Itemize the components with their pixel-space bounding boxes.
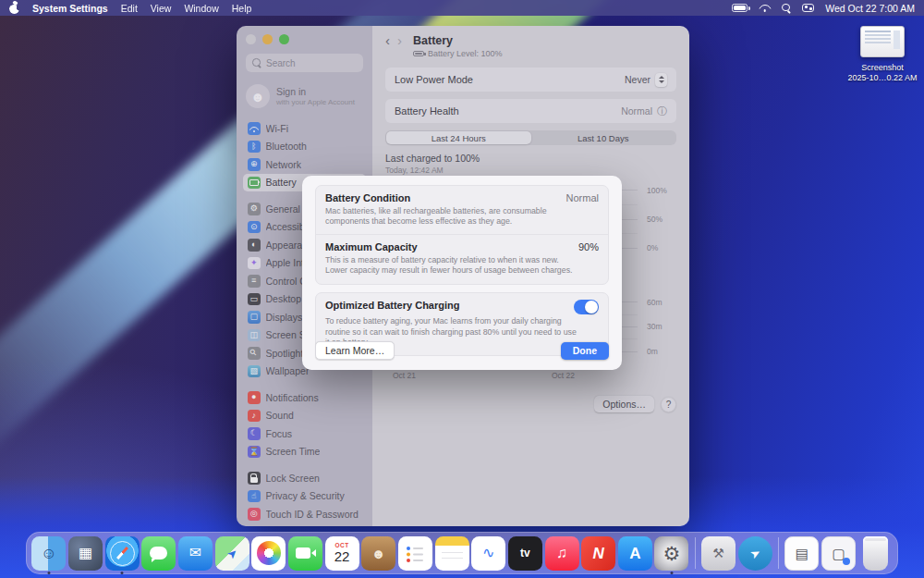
menu-app-name[interactable]: System Settings [32, 3, 108, 14]
battery-health-label: Battery Health [395, 105, 459, 117]
sidebar-item-screen-time[interactable]: ⌛Screen Time [243, 443, 366, 461]
menu-edit[interactable]: Edit [121, 3, 138, 14]
sidebar-item-lock-screen[interactable]: Lock Screen [243, 469, 366, 487]
dock-item-hardware-utility[interactable]: ⚒ [700, 532, 737, 574]
search-icon[interactable] [782, 4, 791, 13]
facetime-icon [288, 536, 322, 571]
battery-health-row[interactable]: Battery Health Normal ⓘ [385, 99, 676, 123]
dock-item-mail[interactable]: ✉ [177, 532, 214, 574]
wifi-icon[interactable] [759, 4, 771, 13]
dock-item-news[interactable]: N [580, 532, 617, 574]
sidebar-item-sound[interactable]: ♪Sound [243, 407, 366, 425]
options-button[interactable]: Options… [594, 396, 654, 412]
menu-help[interactable]: Help [232, 3, 252, 14]
privacy-security-icon: ☝ [248, 490, 261, 503]
dock-item-freeform[interactable]: ∿ [470, 532, 507, 574]
sidebar-item-focus[interactable]: ☾Focus [243, 424, 366, 443]
safari-icon [105, 536, 140, 571]
battery-condition-row: Battery Condition Normal Mac batteries, … [316, 186, 608, 234]
sidebar-item-label: Screen Time [266, 446, 321, 457]
dock-item-finder[interactable]: ☺ [30, 532, 67, 574]
dock-item-notes[interactable] [433, 532, 470, 574]
dock-item-tv[interactable]: tv [507, 532, 544, 574]
low-power-mode-label: Low Power Mode [395, 74, 473, 85]
zoom-button[interactable] [279, 34, 289, 44]
trash-icon [863, 536, 888, 571]
forward-button[interactable]: › [397, 34, 402, 47]
dock-separator [695, 537, 696, 569]
sidebar-item-label: General [266, 203, 300, 215]
battery-condition-group: Battery Condition Normal Mac batteries, … [315, 185, 609, 285]
sidebar-item-notifications[interactable]: ●Notifications [243, 388, 366, 407]
sidebar-item-label: Network [266, 159, 302, 170]
dock-item-facetime[interactable] [287, 532, 324, 574]
wallpaper-icon: ▧ [248, 365, 261, 378]
dock-item-maps[interactable]: ➤ [213, 532, 250, 574]
apple-menu-icon[interactable] [9, 2, 19, 14]
help-button[interactable]: ? [661, 397, 676, 412]
displays-icon: ▢ [248, 311, 261, 324]
desktop-file-screenshot[interactable]: Screenshot 2025-10…0.22 AM [841, 26, 924, 84]
battery-condition-title: Battery Condition [325, 192, 410, 203]
close-button[interactable] [246, 34, 256, 44]
dock-item-document[interactable]: ▤ [784, 532, 821, 574]
info-icon[interactable]: ⓘ [657, 106, 667, 117]
dock-item-calendar[interactable]: OCT22 [323, 532, 360, 574]
control-center-icon: ≡ [248, 275, 261, 288]
search-input[interactable]: Search [246, 54, 363, 72]
dock-item-settings[interactable]: ⚙ [653, 532, 690, 574]
low-power-mode-stepper[interactable] [655, 73, 667, 87]
tab-last-10-days[interactable]: Last 10 Days [531, 131, 676, 144]
sidebar-item-label: Wi-Fi [266, 123, 289, 134]
sidebar-item-label: Battery [266, 177, 297, 188]
general-icon: ⚙ [248, 203, 261, 215]
dock-item-contacts[interactable]: ☻ [360, 532, 397, 574]
menu-window[interactable]: Window [184, 3, 218, 14]
menu-view[interactable]: View [151, 3, 172, 14]
focus-icon: ☾ [248, 427, 261, 440]
sidebar-item-label: Displays [266, 312, 303, 323]
pane-header: ‹ › Battery Battery Level: 100% [372, 26, 689, 58]
learn-more-button[interactable]: Learn More… [315, 341, 395, 360]
dock-item-messages[interactable] [140, 532, 177, 574]
sidebar-item-bluetooth[interactable]: ᛒBluetooth [243, 138, 366, 156]
appstore-icon: A [618, 536, 652, 571]
control-center-icon[interactable] [802, 4, 814, 12]
minimize-button[interactable] [262, 34, 273, 44]
sidebar-item-label: Privacy & Security [266, 490, 345, 501]
maximum-capacity-value: 90% [578, 241, 599, 252]
last-charged-info: Last charged to 100% Today, 12:42 AM [385, 153, 676, 175]
maximum-capacity-row: Maximum Capacity 90% This is a measure o… [316, 234, 608, 283]
dock-item-trash[interactable] [857, 532, 894, 574]
dock-item-screen-file[interactable]: ▢ [821, 532, 857, 574]
optimized-charging-title: Optimized Battery Charging [325, 300, 459, 311]
done-button[interactable]: Done [561, 342, 609, 360]
network-icon: ⊕ [248, 158, 261, 171]
dock-item-music[interactable]: ♫ [543, 532, 580, 574]
sidebar-item-network[interactable]: ⊕Network [243, 155, 366, 174]
dock-item-photos[interactable] [250, 532, 287, 574]
sidebar-item-privacy-security[interactable]: ☝Privacy & Security [243, 487, 366, 506]
music-icon: ♫ [545, 536, 579, 571]
battery-health-dialog: Battery Condition Normal Mac batteries, … [302, 176, 622, 370]
maximum-capacity-title: Maximum Capacity [325, 241, 418, 252]
dock-item-launchpad[interactable]: ▦ [67, 532, 104, 574]
sidebar-item-signin[interactable]: ☻ Sign in with your Apple Account [246, 84, 363, 108]
tab-last-24-hours[interactable]: Last 24 Hours [386, 131, 531, 144]
dock-item-telegram[interactable]: ➤ [736, 532, 773, 574]
dock-item-safari[interactable] [103, 532, 140, 574]
dock-item-appstore[interactable]: A [617, 532, 654, 574]
back-button[interactable]: ‹ [385, 34, 390, 47]
sidebar-item-touch-id[interactable]: ◎Touch ID & Password [243, 505, 366, 523]
optimized-charging-toggle[interactable] [574, 300, 599, 314]
battery-icon[interactable] [732, 4, 748, 12]
screenshot-thumbnail-icon[interactable] [860, 26, 905, 57]
search-icon [252, 58, 261, 68]
dock-item-reminders[interactable] [397, 532, 434, 574]
page-title: Battery [413, 34, 503, 47]
photos-icon [251, 536, 286, 571]
sidebar-item-wifi[interactable]: Wi-Fi [243, 119, 366, 138]
spotlight-icon: ⚲ [248, 347, 261, 360]
menu-clock[interactable]: Wed Oct 22 7:00 AM [825, 3, 915, 14]
battery-level-text: Battery Level: 100% [428, 49, 503, 58]
